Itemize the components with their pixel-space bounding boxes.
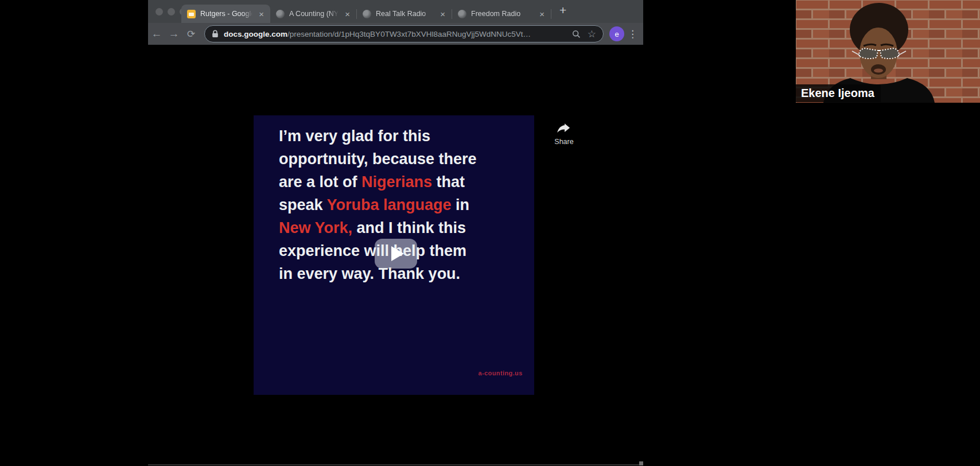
forward-icon[interactable]: → <box>165 28 182 40</box>
address-bar[interactable]: docs.google.com/presentation/d/1pHq3tqBY… <box>204 25 604 42</box>
search-icon[interactable] <box>572 30 581 38</box>
url-path: /presentation/d/1pHq3tqBY0TW3xt7bXVHl8aa… <box>287 30 531 38</box>
tab-separator <box>551 9 551 19</box>
tab-close-icon[interactable]: × <box>257 9 266 19</box>
site-favicon <box>276 10 285 18</box>
slide-watermark: a-counting.us <box>479 370 523 376</box>
tabs: Rutgers - Google S × A Counting (NYC) × … <box>181 0 566 23</box>
browser-window: Rutgers - Google S × A Counting (NYC) × … <box>148 0 643 465</box>
share-arrow-icon <box>557 122 571 134</box>
window-bottom-edge <box>148 464 643 465</box>
google-slides-favicon <box>187 10 196 18</box>
slide-line: speak Yoruba language in <box>279 193 523 216</box>
reload-icon[interactable]: ⟳ <box>182 28 200 40</box>
slide-line: I’m very glad for this <box>279 125 523 147</box>
back-icon[interactable]: ← <box>148 28 165 40</box>
minimize-window-button[interactable] <box>168 8 175 15</box>
tab-label: Freedom Radio <box>471 10 533 18</box>
site-favicon <box>458 10 466 18</box>
tab-label: Rutgers - Google S <box>200 10 252 18</box>
tab-real-talk-radio[interactable]: Real Talk Radio × <box>357 5 452 23</box>
play-icon <box>391 246 404 261</box>
tab-freedom-radio[interactable]: Freedom Radio × <box>452 5 551 23</box>
tab-label: A Counting (NYC) <box>289 10 339 18</box>
screen: { "window": { "traffic": ["close","minim… <box>0 0 980 466</box>
tab-rutgers[interactable]: Rutgers - Google S × <box>181 5 270 23</box>
tab-label: Real Talk Radio <box>376 10 434 18</box>
presentation-slide: I’m very glad for this opportnuity, beca… <box>254 115 534 395</box>
participant-name-label: Ekene Ijeoma <box>796 84 881 102</box>
slide-line: are a lot of Nigerians that <box>279 170 523 193</box>
browser-menu-icon[interactable]: ⋮ <box>628 28 637 40</box>
share-label: Share <box>550 138 578 146</box>
tab-close-icon[interactable]: × <box>343 9 352 19</box>
new-tab-button[interactable]: + <box>559 4 566 16</box>
share-button[interactable]: Share <box>550 122 578 146</box>
close-window-button[interactable] <box>155 8 163 15</box>
tab-a-counting-nyc[interactable]: A Counting (NYC) × <box>270 5 356 23</box>
browser-toolbar: ← → ⟳ docs.google.com/presentation/d/1pH… <box>148 23 643 45</box>
lock-icon <box>212 30 219 38</box>
url-domain: docs.google.com <box>224 30 287 38</box>
webcam-video: Ekene Ijeoma <box>796 0 980 103</box>
profile-avatar[interactable]: e <box>609 26 624 41</box>
site-favicon <box>363 10 371 18</box>
resize-grip[interactable] <box>639 461 643 465</box>
tab-close-icon[interactable]: × <box>538 9 546 19</box>
page-content: I’m very glad for this opportnuity, beca… <box>148 45 643 464</box>
slide-line: opportnuity, because there <box>279 147 523 170</box>
slide-line: New York, and I think this <box>279 216 523 239</box>
tab-strip: Rutgers - Google S × A Counting (NYC) × … <box>148 0 643 23</box>
video-play-button[interactable] <box>375 239 417 269</box>
tab-close-icon[interactable]: × <box>438 9 447 19</box>
bookmark-star-icon[interactable]: ☆ <box>588 29 596 39</box>
url-text: docs.google.com/presentation/d/1pHq3tqBY… <box>224 30 565 38</box>
